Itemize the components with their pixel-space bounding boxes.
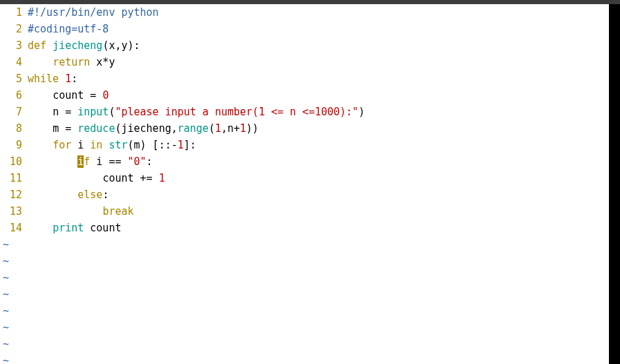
scrollbar-gutter bbox=[609, 4, 620, 364]
editor-pane[interactable]: 1 #!/usr/bin/env python 2 #coding=utf-8 … bbox=[0, 4, 620, 364]
paren: ( bbox=[209, 122, 215, 135]
code-line: 14 print count bbox=[0, 220, 620, 236]
code-line: 4 return x*y bbox=[0, 54, 620, 70]
code-line: 8 m = reduce(jiecheng,range(1,n+1)) bbox=[0, 120, 620, 137]
builtin-input: input bbox=[77, 106, 109, 118]
code-line: 11 count += 1 bbox=[0, 170, 620, 186]
code-line: 3 def jiecheng(x,y): bbox=[0, 37, 620, 54]
line-number: 9 bbox=[0, 137, 28, 153]
code-line: 10 if i == "0": bbox=[0, 153, 620, 170]
line-number: 4 bbox=[0, 54, 28, 70]
var: count bbox=[53, 89, 90, 102]
arg: count bbox=[84, 222, 121, 234]
tilde: ~ bbox=[0, 319, 620, 336]
colon: : bbox=[102, 189, 109, 201]
slice-end: ]: bbox=[184, 139, 196, 151]
builtin-reduce: reduce bbox=[77, 122, 115, 135]
line-number: 5 bbox=[0, 70, 28, 87]
code-line: 9 for i in str(m) [::-1]: bbox=[0, 137, 620, 153]
kw-in: in bbox=[90, 139, 102, 151]
code-line: 6 count = 0 bbox=[0, 87, 620, 104]
var: m bbox=[53, 122, 65, 135]
tilde: ~ bbox=[0, 269, 620, 286]
builtin-range: range bbox=[178, 122, 209, 135]
eq: = bbox=[65, 122, 77, 135]
tilde: ~ bbox=[0, 253, 620, 269]
expr: count += bbox=[102, 172, 158, 184]
expr: ,n+ bbox=[221, 122, 240, 135]
tilde: ~ bbox=[0, 303, 620, 319]
num: 1 bbox=[65, 73, 71, 85]
func-name: jiecheng bbox=[53, 39, 102, 52]
line-number: 7 bbox=[0, 104, 28, 120]
var: n bbox=[53, 106, 65, 118]
paren: ) bbox=[359, 106, 365, 118]
num: 1 bbox=[240, 122, 246, 135]
kw-return: return bbox=[53, 56, 90, 68]
comment-shebang: #!/usr/bin/env python bbox=[28, 6, 159, 19]
kw-while: while bbox=[28, 73, 59, 85]
num: 1 bbox=[178, 139, 184, 151]
line-number: 2 bbox=[0, 21, 28, 37]
args: x,y bbox=[109, 39, 127, 52]
arg: jiecheng, bbox=[121, 122, 177, 135]
code-line: 7 n = input("please input a number(1 <= … bbox=[0, 104, 620, 120]
colon: : bbox=[71, 73, 77, 85]
kw-def: def bbox=[28, 39, 46, 52]
line-number: 11 bbox=[0, 170, 28, 186]
tilde: ~ bbox=[0, 336, 620, 352]
line-number: 12 bbox=[0, 186, 28, 203]
string: "please input a number(1 <= n <=1000):" bbox=[115, 106, 358, 118]
code-line: 13 break bbox=[0, 203, 620, 220]
line-number: 6 bbox=[0, 87, 28, 104]
tilde: ~ bbox=[0, 352, 620, 364]
tilde: ~ bbox=[0, 236, 620, 253]
line-number: 14 bbox=[0, 220, 28, 236]
eq: = bbox=[65, 106, 77, 118]
var: i bbox=[71, 139, 90, 151]
code-line: 2 #coding=utf-8 bbox=[0, 21, 620, 37]
string: "0" bbox=[128, 155, 147, 168]
kw-print: print bbox=[53, 222, 84, 234]
colon: : bbox=[147, 155, 153, 168]
kw-for: for bbox=[53, 139, 71, 151]
num: 1 bbox=[159, 172, 165, 184]
paren: ): bbox=[128, 39, 140, 52]
eq: = bbox=[90, 89, 102, 102]
expr: x*y bbox=[96, 56, 115, 68]
line-number: 13 bbox=[0, 203, 28, 220]
kw-if-rest: f bbox=[84, 155, 90, 168]
cond: i == bbox=[90, 155, 127, 168]
line-number: 10 bbox=[0, 153, 28, 170]
kw-else: else bbox=[77, 189, 102, 201]
line-number: 1 bbox=[0, 4, 28, 21]
num: 1 bbox=[215, 122, 221, 135]
line-number: 3 bbox=[0, 37, 28, 54]
kw-if: if bbox=[77, 155, 90, 168]
paren: )) bbox=[246, 122, 259, 135]
code-line: 12 else: bbox=[0, 186, 620, 203]
slice: (m) [::- bbox=[128, 139, 178, 151]
line-number: 8 bbox=[0, 120, 28, 137]
num: 0 bbox=[102, 89, 109, 102]
comment-coding: #coding=utf-8 bbox=[28, 23, 109, 35]
code-line: 5 while 1: bbox=[0, 70, 620, 87]
kw-break: break bbox=[102, 205, 133, 218]
code-line: 1 #!/usr/bin/env python bbox=[0, 4, 620, 21]
builtin-str: str bbox=[109, 139, 127, 151]
tilde: ~ bbox=[0, 286, 620, 303]
cursor: i bbox=[77, 155, 84, 168]
